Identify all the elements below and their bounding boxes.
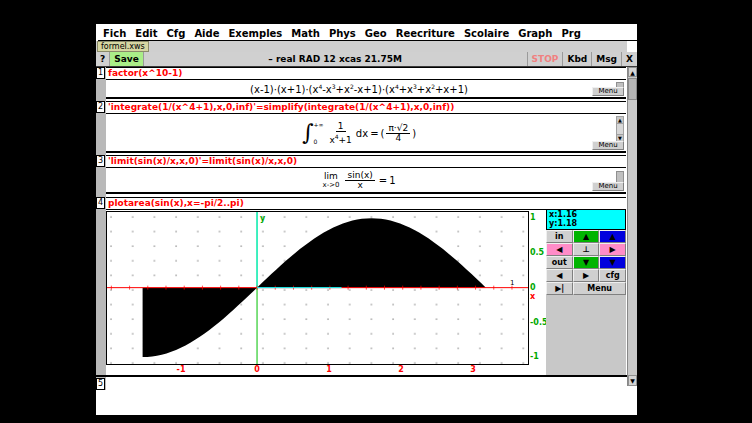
level-badge-1[interactable]: 1 <box>96 67 105 79</box>
result-3-menu-button[interactable]: Menu <box>592 182 624 191</box>
result-1-math: (x-1)·(x+1)·(x4-x3+x2-x+1)·(x4+x3+x2+x+1… <box>106 81 612 97</box>
scroll-up-icon[interactable]: ▲ <box>617 117 623 124</box>
result-2-menu-button[interactable]: Menu <box>592 141 624 150</box>
entry-separator <box>96 375 627 377</box>
cursor-x-readout: x:1.16 <box>549 210 625 219</box>
command-input-3[interactable]: 'limit(sin(x)/x,x,0)'=limit(sin(x)/x,x,0… <box>106 155 626 168</box>
level-badge-3[interactable]: 3 <box>96 155 105 167</box>
status-text: – real RAD 12 xcas 21.75M <box>144 52 527 66</box>
menu-prg[interactable]: Prg <box>561 28 580 39</box>
rotate-up-icon[interactable]: ▲ <box>599 230 626 243</box>
sin-area-plot: y 1 <box>107 212 528 364</box>
stop-button[interactable]: STOP <box>527 52 563 66</box>
y-tick: -0.5 <box>530 318 548 327</box>
x-tick: -1 <box>177 365 186 374</box>
plot-control-panel: x:1.16 y:1.18 in ▲ ▲ ◀ ⊥ ▶ out ▼ ▼ ◀ ▶ <box>546 209 626 375</box>
integral-sign: ∫ <box>302 122 313 144</box>
tab-formel-xws[interactable]: formel.xws <box>97 41 149 52</box>
command-input-2[interactable]: 'integrate(1/(x^4+1),x,0,inf)'=simplify(… <box>106 101 626 114</box>
pan-left-pink-icon[interactable]: ◀ <box>546 243 573 256</box>
result-3: limx->0 sin(x)x = 1 Menu <box>106 169 626 194</box>
cfg-button[interactable]: cfg <box>599 269 626 282</box>
pan-right-pink-icon[interactable]: ▶ <box>599 243 626 256</box>
pan-up-icon[interactable]: ▲ <box>573 230 600 243</box>
command-input-1[interactable]: factor(x^10-1) <box>106 67 626 80</box>
kbd-button[interactable]: Kbd <box>562 52 591 66</box>
menu-scolaire[interactable]: Scolaire <box>464 28 509 39</box>
ortho-button[interactable]: ⊥ <box>573 243 600 256</box>
x-axis-label: x <box>530 292 535 301</box>
menu-aide[interactable]: Aide <box>194 28 219 39</box>
rotate-down-icon[interactable]: ▼ <box>599 256 626 269</box>
level-badge-2[interactable]: 2 <box>96 101 105 113</box>
menu-reecriture[interactable]: Reecriture <box>396 28 455 39</box>
plot-canvas[interactable]: y 1 <box>106 211 529 365</box>
y-tick: 0.5 <box>530 248 544 257</box>
curve-label: 1 <box>510 279 514 287</box>
plot-menu-button[interactable]: Menu <box>573 282 626 295</box>
result-2-scrollbar[interactable]: ▲ ▼ <box>616 116 624 142</box>
level-badge-4[interactable]: 4 <box>96 197 105 209</box>
y-axis-label: y <box>260 214 266 223</box>
scrollbar-thumb[interactable] <box>628 78 637 100</box>
x-tick-labels: -1 0 1 2 3 <box>106 365 529 375</box>
tab-row: formel.xws <box>96 41 627 52</box>
cursor-coordinates: x:1.16 y:1.18 <box>546 209 626 230</box>
save-button[interactable]: Save <box>110 52 144 66</box>
pan-down-icon[interactable]: ▼ <box>573 256 600 269</box>
result-1-menu-button[interactable]: Menu <box>592 87 624 96</box>
result-3-math: limx->0 sin(x)x = 1 <box>106 169 612 192</box>
zoom-in-button[interactable]: in <box>546 230 573 243</box>
xcas-window: Fich Edit Cfg Aide Exemples Math Phys Ge… <box>96 24 637 415</box>
y-tick: 0 <box>530 283 536 292</box>
scroll-down-icon[interactable]: ▼ <box>617 134 623 141</box>
y-tick: 1 <box>530 213 536 222</box>
level-badge-5[interactable]: 5 <box>96 378 105 390</box>
help-button[interactable]: ? <box>96 52 110 66</box>
zoom-out-button[interactable]: out <box>546 256 573 269</box>
scrollbar-down-icon[interactable]: ▼ <box>628 375 637 386</box>
x-tick: 3 <box>470 365 476 374</box>
x-tick: 0 <box>254 365 260 374</box>
close-button[interactable]: X <box>621 52 637 66</box>
menu-fich[interactable]: Fich <box>103 28 126 39</box>
x-tick: 2 <box>398 365 404 374</box>
toolbar: ? Save – real RAD 12 xcas 21.75M STOP Kb… <box>96 52 637 67</box>
menu-cfg[interactable]: Cfg <box>167 28 186 39</box>
plot-pad: in ▲ ▲ ◀ ⊥ ▶ out ▼ ▼ ◀ ▶ cfg ▶| Menu <box>546 230 626 295</box>
menu-math[interactable]: Math <box>291 28 320 39</box>
result-2: ∫ +∞0 1x4+1 dx = ( π·√24 ) ▲ ▼ Menu <box>106 115 626 153</box>
cursor-y-readout: y:1.18 <box>549 219 625 228</box>
menu-exemples[interactable]: Exemples <box>228 28 282 39</box>
y-tick: -1 <box>530 352 539 361</box>
menu-graph[interactable]: Graph <box>518 28 552 39</box>
scrollbar-up-icon[interactable]: ▲ <box>628 67 637 77</box>
x-tick: 1 <box>326 365 332 374</box>
menu-geo[interactable]: Geo <box>365 28 387 39</box>
menu-phys[interactable]: Phys <box>329 28 356 39</box>
level-strip <box>96 67 106 390</box>
step-right-icon[interactable]: ▶ <box>573 269 600 282</box>
y-tick-labels: 1 0.5 0 -0.5 -1 x <box>530 211 546 365</box>
session-scrollbar[interactable]: ▲ ▼ <box>627 67 637 386</box>
msg-button[interactable]: Msg <box>591 52 621 66</box>
menu-bar: Fich Edit Cfg Aide Exemples Math Phys Ge… <box>98 26 637 41</box>
menu-edit[interactable]: Edit <box>135 28 157 39</box>
result-1: (x-1)·(x+1)·(x4-x3+x2-x+1)·(x4+x3+x2+x+1… <box>106 81 626 99</box>
animate-button[interactable]: ▶| <box>546 282 573 295</box>
step-left-icon[interactable]: ◀ <box>546 269 573 282</box>
result-2-math: ∫ +∞0 1x4+1 dx = ( π·√24 ) <box>106 115 612 151</box>
